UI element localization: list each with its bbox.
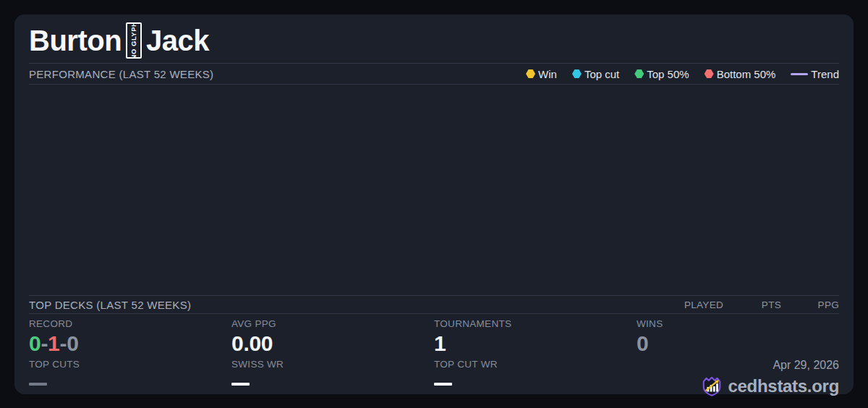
missing-glyph-label: NO GLYPH — [126, 22, 142, 59]
top-decks-heading: TOP DECKS (LAST 52 WEEKS) — [29, 299, 191, 311]
wins-stat: WINS 0 — [637, 318, 839, 359]
legend-item-top-50: Top 50% — [634, 68, 689, 80]
trend-line-icon — [791, 73, 808, 75]
swiss-wr-stat: SWISS WR — [231, 359, 434, 397]
top-cuts-empty-value-dash — [29, 383, 47, 386]
top-cut-wr-empty-value-dash — [434, 383, 452, 386]
win-dot-icon — [526, 69, 535, 79]
performance-chart — [29, 85, 839, 294]
legend-item-win: Win — [526, 68, 557, 80]
top-decks-header-row: TOP DECKS (LAST 52 WEEKS) PLAYED PTS PPG — [29, 296, 839, 313]
top-cut-dot-icon — [572, 69, 582, 79]
top-cuts-stat: TOP CUTS — [29, 359, 231, 397]
tournaments-label: TOURNAMENTS — [434, 318, 637, 329]
swiss-wr-label: SWISS WR — [231, 359, 434, 370]
record-separator: - — [59, 331, 67, 355]
legend-item-top-cut: Top cut — [572, 68, 619, 80]
performance-heading: PERFORMANCE (LAST 52 WEEKS) — [29, 68, 213, 80]
legend-item-bottom-50: Bottom 50% — [705, 68, 776, 80]
swiss-wr-empty-value-dash — [231, 383, 250, 386]
player-stats-card: Burton NO GLYPH Jack PERFORMANCE (LAST 5… — [14, 14, 854, 394]
top-cut-wr-label: TOP CUT WR — [434, 359, 637, 370]
brand: cedhstats.org — [637, 375, 839, 397]
player-name-last: Jack — [146, 20, 209, 61]
avg-ppg-label: AVG PPG — [231, 318, 434, 329]
cedhstats-shield-logo-icon — [701, 375, 723, 397]
player-name-first: Burton — [29, 20, 122, 61]
record-wins: 0 — [29, 331, 41, 355]
stats-summary: RECORD 0-1-0 AVG PPG 0.00 TOURNAMENTS 1 … — [29, 318, 839, 397]
record-losses: 1 — [48, 331, 59, 355]
page-title: Burton NO GLYPH Jack — [29, 20, 209, 61]
missing-glyph-box: NO GLYPH — [126, 22, 142, 59]
record-stat: RECORD 0-1-0 — [29, 318, 231, 359]
chart-legend: Win Top cut Top 50% Bottom 50% Trend — [526, 68, 839, 80]
card-footer: Apr 29, 2026 cedhstats.org — [637, 359, 839, 397]
wins-label: WINS — [637, 318, 839, 329]
top-cut-wr-stat: TOP CUT WR — [434, 359, 637, 397]
avg-ppg-stat: AVG PPG 0.00 — [231, 318, 434, 359]
generated-date: Apr 29, 2026 — [637, 359, 839, 372]
legend-label: Top 50% — [647, 68, 689, 80]
tournaments-value: 1 — [434, 331, 637, 357]
record-separator: - — [41, 331, 48, 355]
top-cuts-label: TOP CUTS — [29, 359, 231, 370]
performance-header-row: PERFORMANCE (LAST 52 WEEKS) Win Top cut … — [29, 64, 839, 84]
avg-ppg-value: 0.00 — [231, 331, 434, 357]
wins-value: 0 — [637, 331, 839, 357]
column-header-pts: PTS — [723, 299, 781, 310]
column-header-ppg: PPG — [781, 299, 839, 310]
top-50-dot-icon — [634, 69, 644, 79]
record-value: 0-1-0 — [29, 331, 231, 357]
tournaments-stat: TOURNAMENTS 1 — [434, 318, 637, 359]
legend-label: Bottom 50% — [717, 68, 776, 80]
top-decks-column-headers: PLAYED PTS PPG — [665, 299, 839, 310]
column-header-played: PLAYED — [665, 299, 723, 310]
legend-label: Trend — [811, 68, 839, 80]
divider-below-top-decks — [29, 313, 839, 314]
bottom-50-dot-icon — [705, 69, 714, 79]
brand-name: cedhstats.org — [728, 376, 839, 396]
record-draws: 0 — [67, 331, 78, 355]
legend-label: Win — [538, 68, 557, 80]
record-label: RECORD — [29, 318, 231, 329]
legend-label: Top cut — [584, 68, 619, 80]
legend-item-trend: Trend — [791, 68, 839, 80]
